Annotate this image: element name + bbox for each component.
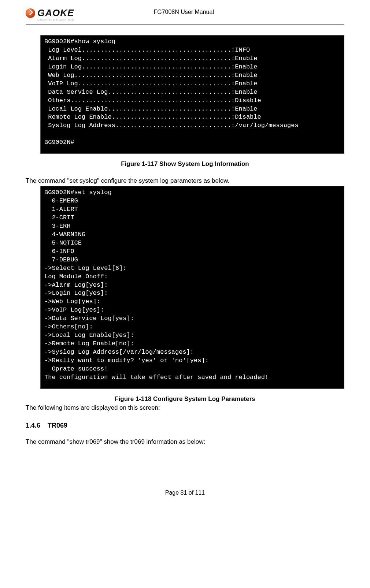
logo-subtitle: CREATIVE SOLUTION	[37, 18, 74, 22]
section-heading-tr069: 1.4.6 TR069	[26, 422, 344, 429]
page: GAOKE CREATIVE SOLUTION FG7008N User Man…	[0, 0, 370, 507]
document-title: FG7008N User Manual	[153, 9, 214, 15]
terminal-set-syslog: BG9002N#set syslog 0-EMERG 1-ALERT 2-CRI…	[40, 186, 344, 389]
paragraph-items-displayed: The following items are displayed on thi…	[26, 404, 344, 412]
logo: GAOKE	[26, 7, 74, 19]
paragraph-show-tr069: The command "show tr069" show the tr069 …	[26, 438, 344, 446]
logo-block: GAOKE CREATIVE SOLUTION	[26, 7, 74, 22]
logo-icon	[26, 8, 35, 18]
section-number: 1.4.6	[26, 422, 40, 429]
paragraph-set-syslog-intro: The command "set syslog" configure the s…	[26, 177, 344, 185]
page-footer: Page 81 of 111	[26, 490, 344, 496]
terminal-show-syslog: BG9002N#show syslog Log Level...........…	[40, 35, 344, 154]
logo-text: GAOKE	[37, 7, 74, 19]
header-row: GAOKE CREATIVE SOLUTION FG7008N User Man…	[26, 7, 344, 22]
figure-caption-118: Figure 1-118 Configure System Log Parame…	[26, 395, 344, 403]
figure-caption-117: Figure 1-117 Show System Log Information	[26, 160, 344, 168]
section-title-text: TR069	[48, 422, 67, 429]
header-divider	[26, 25, 344, 25]
